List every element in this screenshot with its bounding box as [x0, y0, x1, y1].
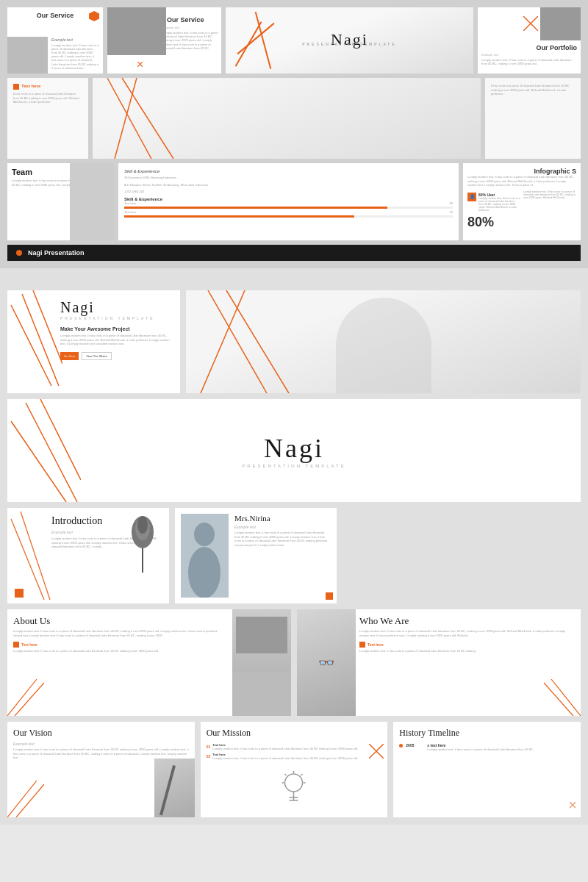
slide-nirina[interactable]: Mrs.Nirina Example text Lomply random te… — [175, 508, 337, 603]
text-here-label: Text here — [21, 84, 40, 88]
service-body-1: Lomply random text. It has roots in a pi… — [51, 43, 99, 70]
svg-line-26 — [544, 683, 573, 716]
svg-point-21 — [194, 523, 215, 546]
mission-item-1: 01 Text here Lomply random text, it has … — [207, 743, 382, 750]
intro-lines — [7, 508, 51, 603]
slide-nagi-intro[interactable]: Nagi Presentation Template Make Your Awe… — [7, 290, 180, 393]
slide-text-block-right[interactable]: It has roots in a piece of classical Lat… — [485, 78, 581, 159]
view-slides-button[interactable]: View The Slides — [82, 352, 112, 360]
infographic-title: Infographic S — [467, 168, 576, 175]
text-block-body: It has roots in a piece of classical Lat… — [13, 92, 82, 104]
about-text-here-body: Lomply random text, it has roots in a pi… — [13, 649, 223, 653]
mission-num-2: 02 — [207, 754, 211, 759]
about-text-here-label: Text here — [21, 642, 37, 647]
timeline-dot-1 — [399, 744, 403, 747]
nirina-label: Example text — [234, 525, 331, 529]
svg-line-35 — [285, 774, 287, 775]
svg-line-13 — [40, 399, 81, 480]
mission-body-2: Lomply random text, it has roots in a pi… — [212, 756, 358, 760]
right-text-body: It has roots in a piece of classical Lat… — [491, 84, 575, 96]
skill-2-fill — [124, 215, 354, 218]
timeline-body: 2005 x text here Lomply random text, it … — [399, 743, 575, 751]
about-orange-box — [13, 642, 19, 648]
nirina-name: Mrs.Nirina — [234, 514, 331, 523]
svg-line-34 — [301, 774, 303, 775]
service-content-right: Our Service Example text Lomply random t… — [162, 12, 218, 50]
slide-who-we-are[interactable]: 👓 Who We Are Lomply random text. It has … — [297, 609, 581, 716]
who-body: Lomply random text. It has roots in a pi… — [359, 629, 575, 637]
slide-experience[interactable]: Skill & Experience 18 December 1996, Ban… — [118, 163, 459, 240]
skill-1-fill — [124, 207, 387, 209]
top-section: Our Service Example text Lomply random t… — [0, 0, 588, 268]
mission-body-1: Lomply random text, it has roots in a pi… — [212, 747, 358, 750]
nagi-big-title: Nagi — [264, 433, 324, 464]
page-dot-about: ... — [285, 710, 287, 714]
button-row: Go Here View The Slides — [60, 352, 171, 360]
who-content: Who We Are Lomply random text. It has ro… — [359, 615, 575, 653]
slide-our-service-1[interactable]: Our Service Example text Lomply random t… — [7, 7, 103, 74]
svg-line-28 — [16, 784, 44, 817]
nirina-body: Lomply random text, it has roots in a pi… — [234, 531, 331, 547]
svg-line-11 — [11, 421, 66, 502]
tree-image — [123, 514, 163, 573]
who-text-here-label: Text here — [368, 642, 384, 647]
nirina-content: Mrs.Nirina Example text Lomply random te… — [234, 514, 331, 598]
slide-team[interactable]: Team Lomply random text, it has roots in… — [7, 163, 114, 240]
go-here-button[interactable]: Go Here — [60, 352, 79, 360]
slide-our-vision[interactable]: Our Vision Example text Lomply random te… — [7, 722, 195, 817]
our-service-1-title: Our Service — [12, 12, 98, 19]
nagi-big-sub: Presentation Template — [242, 464, 346, 468]
service-photo-2 — [107, 7, 166, 55]
service-image — [7, 37, 48, 74]
slide-infographic[interactable]: Infographic S Lomply random text. It has… — [463, 163, 581, 240]
mission-title: Our Mission — [207, 728, 382, 739]
svg-point-19 — [137, 516, 148, 534]
slide-our-service-2[interactable]: Our Service Example text Lomply random t… — [107, 7, 221, 74]
bottom-bar: Nagi Presentation — [7, 245, 581, 261]
slide-introduction[interactable]: Introduction Example text Lomply random … — [7, 508, 169, 603]
portfolio-title: Our Portfolio — [481, 44, 577, 51]
svg-line-15 — [21, 512, 50, 600]
slide-portfolio[interactable]: Our Portfolio Example text Lomply random… — [478, 7, 581, 74]
lightbulb-icon — [278, 770, 311, 814]
vision-label: Example text — [13, 742, 189, 746]
slide-about-us[interactable]: About Us Lomply random text. It has root… — [7, 609, 291, 716]
skill-1-label: Text here80 — [124, 201, 453, 205]
vision-title: Our Vision — [13, 728, 189, 739]
section-divider — [0, 268, 588, 283]
slide-our-mission[interactable]: Our Mission 01 Text here Lomply random t… — [201, 722, 388, 817]
bottom-row-5: Our Vision Example text Lomply random te… — [7, 722, 581, 817]
example-label-2: Example text — [162, 26, 218, 29]
vision-corner-lines — [7, 781, 44, 817]
slide-nagi-big[interactable]: Nagi Presentation Template — [7, 399, 581, 502]
stat-item-1: 👤 60% User Lomply random text. It has ro… — [467, 193, 520, 212]
big-percent: 80% — [467, 215, 576, 230]
slide-arch-hero[interactable] — [186, 290, 581, 393]
exp-date: 18 December 1996, Bandung Indonesia — [124, 176, 453, 180]
infographic-body: Lomply random text. It has roots in a pi… — [467, 175, 576, 187]
slide-row-1: Our Service Example text Lomply random t… — [7, 7, 581, 74]
who-text-here: Text here — [359, 642, 575, 648]
slide-middle-arch[interactable] — [93, 78, 481, 159]
slide-text-block-left[interactable]: Text here It has roots in a piece of cla… — [7, 78, 88, 159]
bottom-section: Nagi Presentation Template Make Your Awe… — [0, 283, 588, 825]
who-photo: 👓 — [297, 609, 356, 716]
nagi-big-lines — [7, 399, 81, 502]
slide-main-hero[interactable]: Nagi Presentation Template — [226, 7, 473, 74]
timeline-year-1: 2005 — [406, 743, 424, 747]
mission-item-2: 02 Text here Lomply random text, it has … — [207, 753, 382, 760]
svg-line-14 — [11, 519, 44, 600]
who-we-are-title: Who We Are — [359, 615, 575, 627]
skill-2-label: Text here70 — [124, 210, 453, 214]
page-dot-history: ... — [575, 811, 577, 815]
hero-nagi-subtitle: Presentation Template — [302, 42, 396, 46]
slide-row-2: Text here It has roots in a piece of cla… — [7, 78, 581, 159]
mission-items: 01 Text here Lomply random text, it has … — [207, 743, 382, 760]
nagi-intro-title: Nagi — [60, 299, 171, 316]
exp-addr: A.H Nasution Street, Number 35 Bandung, … — [124, 183, 453, 187]
nirina-orange-sq — [326, 592, 333, 600]
about-photo — [232, 609, 291, 716]
svg-line-6 — [22, 294, 59, 386]
svg-line-27 — [7, 781, 37, 817]
slide-history-timeline[interactable]: History Timeline 2005 x text here Lomply… — [393, 722, 581, 817]
